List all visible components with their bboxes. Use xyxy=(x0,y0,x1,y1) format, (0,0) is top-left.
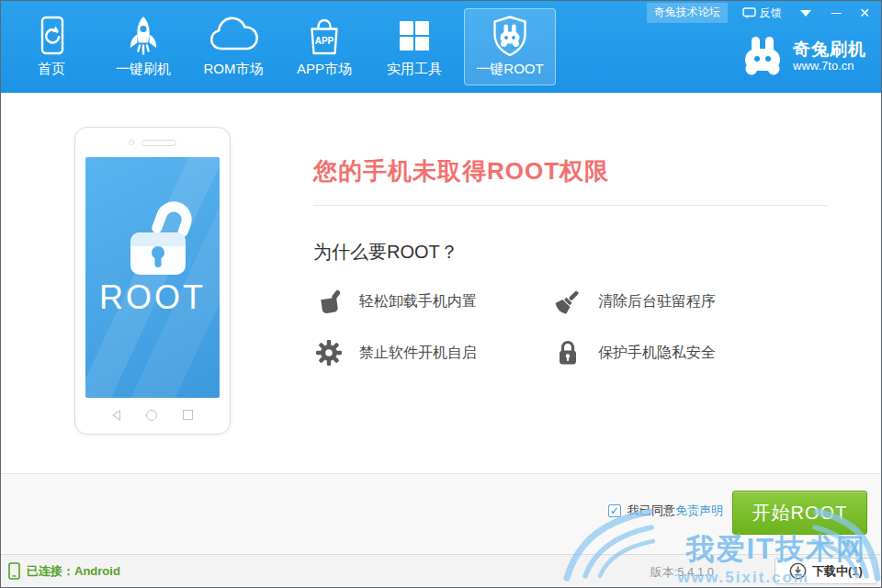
speech-bubble-icon xyxy=(742,7,756,19)
tab-rom-label: ROM市场 xyxy=(204,61,264,78)
window-topbar: 奇兔技术论坛 反馈 ─ ✕ xyxy=(647,4,876,22)
tab-root-label: 一键ROOT xyxy=(476,61,543,78)
tab-home-label: 首页 xyxy=(38,61,65,78)
gear-icon xyxy=(315,339,343,367)
tab-tools-label: 实用工具 xyxy=(387,61,442,78)
feature-label: 保护手机隐私安全 xyxy=(598,344,716,363)
home-refresh-icon xyxy=(31,13,72,59)
feature-label: 轻松卸载手机内置 xyxy=(359,292,477,311)
download-button[interactable]: 下载中(1) xyxy=(775,558,877,584)
lock-icon xyxy=(554,339,582,367)
connection-label: 已连接：Android xyxy=(27,563,120,580)
phone-camera-dot xyxy=(129,140,134,145)
app-bag-icon: APP xyxy=(302,13,346,59)
phone-home-icon xyxy=(146,410,157,421)
tab-home[interactable]: 首页 xyxy=(6,8,97,85)
app-logo: 奇兔刷机 www.7to.cn xyxy=(741,36,866,76)
page-title: 您的手机未取得ROOT权限 xyxy=(313,155,609,187)
svg-text:APP: APP xyxy=(315,36,334,46)
agree-row: ✓ 我已同意 免责声明 xyxy=(608,503,723,519)
agree-checkbox[interactable]: ✓ xyxy=(608,504,621,517)
download-label: 下载中(1) xyxy=(812,563,863,580)
close-button[interactable]: ✕ xyxy=(859,6,870,20)
agree-label: 我已同意 xyxy=(628,503,675,519)
uninstall-icon xyxy=(315,288,343,315)
tab-app-market[interactable]: APP APP市场 xyxy=(278,8,370,85)
tab-tools[interactable]: 实用工具 xyxy=(368,8,460,85)
grid-squares-icon xyxy=(398,13,431,59)
start-root-button[interactable]: 开始ROOT xyxy=(732,491,867,535)
brand-name: 奇兔刷机 xyxy=(793,40,866,59)
phone-screen: ROOT xyxy=(85,157,220,398)
header: 首页 一键刷机 ROM市场 xyxy=(1,1,881,93)
phone-root-text: ROOT xyxy=(85,278,220,317)
feedback-button[interactable]: 反馈 xyxy=(742,6,782,21)
phone-speaker-slot xyxy=(141,140,176,146)
tab-flash-label: 一键刷机 xyxy=(116,61,171,78)
download-icon xyxy=(789,562,807,580)
tab-app-label: APP市场 xyxy=(297,61,352,78)
version-label: 版本:5.4.1.0 xyxy=(650,564,714,581)
brand-url: www.7to.cn xyxy=(793,59,866,73)
tab-root-active[interactable]: 一键ROOT xyxy=(464,8,556,85)
rocket-icon xyxy=(123,13,164,59)
phone-illustration: ROOT xyxy=(74,127,231,435)
feature-privacy: 保护手机隐私安全 xyxy=(554,339,716,367)
cloud-icon xyxy=(208,13,259,59)
rabbit-logo-icon xyxy=(741,36,784,76)
shield-rabbit-icon xyxy=(488,13,532,59)
connection-status: 已连接：Android xyxy=(8,555,120,587)
feature-uninstall: 轻松卸载手机内置 xyxy=(315,288,477,315)
phone-recent-icon xyxy=(183,410,193,420)
brush-icon xyxy=(554,288,582,315)
menu-caret-icon[interactable] xyxy=(800,10,811,17)
tab-rom-market[interactable]: ROM市场 xyxy=(187,8,279,85)
phone-nav-buttons xyxy=(75,410,230,421)
action-bar: ✓ 我已同意 免责声明 开始ROOT xyxy=(1,473,881,554)
open-lock-icon xyxy=(112,194,204,282)
main-content: ROOT 您的手机未取得ROOT权限 为什么要ROOT？ xyxy=(1,93,881,473)
phone-back-icon xyxy=(112,410,120,421)
status-bar: 已连接：Android 版本:5.4.1.0 下载中(1) xyxy=(1,554,881,587)
title-divider xyxy=(313,205,828,206)
forum-button[interactable]: 奇兔技术论坛 xyxy=(647,3,728,23)
feature-clean: 清除后台驻留程序 xyxy=(554,288,716,315)
feature-label: 清除后台驻留程序 xyxy=(598,292,716,311)
feature-autostart: 禁止软件开机自启 xyxy=(315,339,477,367)
minimize-button[interactable]: ─ xyxy=(831,6,842,19)
connected-phone-icon xyxy=(8,562,20,580)
disclaimer-link[interactable]: 免责声明 xyxy=(675,503,723,519)
why-root-heading: 为什么要ROOT？ xyxy=(313,240,458,265)
feature-label: 禁止软件开机自启 xyxy=(359,344,477,363)
feedback-label: 反馈 xyxy=(760,6,782,21)
tab-flash[interactable]: 一键刷机 xyxy=(97,8,189,85)
app-window: 首页 一键刷机 ROM市场 xyxy=(0,0,882,588)
